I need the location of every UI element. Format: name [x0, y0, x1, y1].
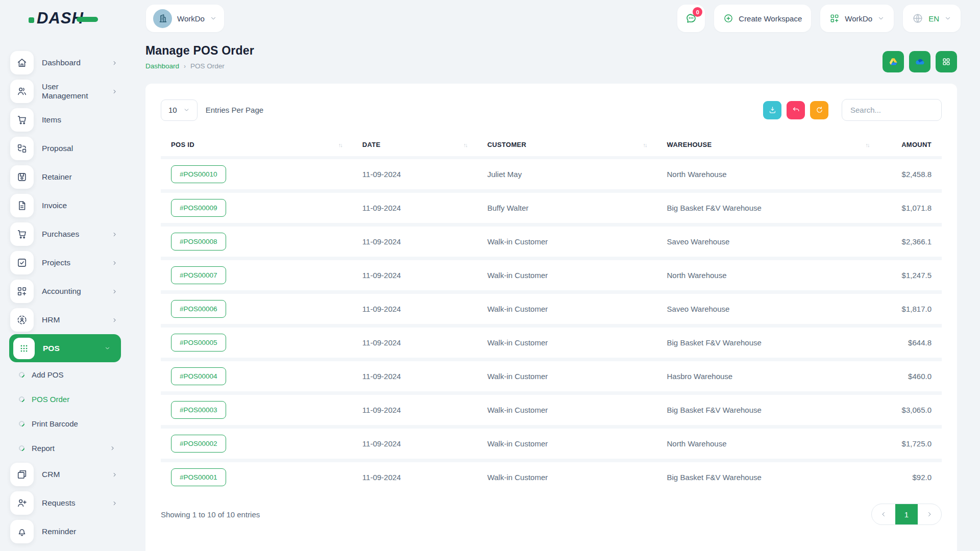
- warehouse-cell: North Warehouse: [657, 427, 879, 461]
- warehouse-cell: Big Basket F&V Warehouse: [657, 191, 879, 225]
- table-row: #POS0000211-09-2024Walk-in CustomerNorth…: [161, 427, 942, 461]
- pos-id-cell: #POS00005: [161, 326, 352, 360]
- sidebar-subitem-print-barcode[interactable]: Print Barcode: [0, 411, 130, 436]
- pos-id-cell: #POS00003: [161, 393, 352, 427]
- onedrive-button[interactable]: [909, 51, 930, 72]
- sidebar-item-label: Purchases: [42, 230, 103, 239]
- sidebar-item-invoice[interactable]: Invoice: [0, 191, 130, 220]
- invoice-icon: [16, 200, 28, 211]
- sidebar-subitem-report[interactable]: Report: [0, 436, 130, 460]
- pos-id-link[interactable]: #POS00007: [171, 266, 226, 284]
- pos-id-link[interactable]: #POS00002: [171, 435, 226, 453]
- pos-id-link[interactable]: #POS00006: [171, 300, 226, 318]
- column-header-pos-id[interactable]: POS ID↑↓: [161, 133, 352, 158]
- column-header-customer[interactable]: CUSTOMER↑↓: [477, 133, 657, 158]
- retainer-icon-box: [10, 165, 34, 189]
- customer-cell: Walk-in Customer: [477, 225, 657, 259]
- main-content: Manage POS Order Dashboard › POS Order: [130, 37, 980, 551]
- sidebar-item-dashboard[interactable]: Dashboard: [0, 48, 130, 77]
- date-cell: 11-09-2024: [352, 461, 477, 493]
- pos-id-link[interactable]: #POS00003: [171, 401, 226, 419]
- sidebar-item-retainer[interactable]: Retainer: [0, 163, 130, 191]
- date-cell: 11-09-2024: [352, 393, 477, 427]
- breadcrumb-dashboard-link[interactable]: Dashboard: [145, 62, 179, 70]
- page-title: Manage POS Order: [145, 44, 254, 58]
- date-cell: 11-09-2024: [352, 360, 477, 393]
- sidebar-subitem-add-pos[interactable]: Add POS: [0, 362, 130, 387]
- customer-cell: Walk-in Customer: [477, 292, 657, 326]
- sidebar-item-projects[interactable]: Projects: [0, 248, 130, 277]
- column-header-date[interactable]: DATE↑↓: [352, 133, 477, 158]
- pos-id-link[interactable]: #POS00010: [171, 165, 226, 183]
- export-button[interactable]: [763, 101, 781, 119]
- invoice-icon-box: [10, 194, 34, 217]
- create-workspace-button[interactable]: Create Workspace: [714, 5, 811, 32]
- sidebar-item-label: POS: [43, 344, 96, 353]
- sidebar-item-hrm[interactable]: HRM: [0, 306, 130, 334]
- entries-per-page-select[interactable]: 10: [161, 99, 198, 121]
- chevron-right-icon: [111, 471, 118, 478]
- sidebar-item-user-management[interactable]: User Management: [0, 77, 130, 106]
- grid-view-button[interactable]: [936, 51, 957, 72]
- logo-dot: [29, 17, 34, 23]
- sidebar-item-label: Reminder: [42, 527, 118, 536]
- amount-cell: $1,817.0: [879, 292, 942, 326]
- messages-button[interactable]: 0: [677, 5, 705, 32]
- search-input[interactable]: [842, 99, 942, 121]
- sidebar-item-pos[interactable]: POS: [9, 334, 121, 362]
- globe-icon: [912, 13, 923, 24]
- workdo-menu-button[interactable]: WorkDo: [820, 5, 894, 32]
- brand-logo: DASH: [29, 9, 136, 28]
- google-drive-button[interactable]: [883, 51, 904, 72]
- table-row: #POS0000611-09-2024Walk-in CustomerSaveo…: [161, 292, 942, 326]
- sidebar-item-purchases[interactable]: Purchases: [0, 220, 130, 248]
- sidebar-item-label: Requests: [42, 498, 103, 508]
- pos-id-link[interactable]: #POS00001: [171, 468, 226, 486]
- chevron-left-icon: [880, 511, 887, 518]
- column-header-warehouse[interactable]: WAREHOUSE↑↓: [657, 133, 879, 158]
- home-icon: [16, 57, 28, 68]
- pos-id-link[interactable]: #POS00005: [171, 334, 226, 352]
- pagination-prev-button[interactable]: [872, 504, 895, 524]
- warehouse-cell: Big Basket F&V Warehouse: [657, 393, 879, 427]
- sidebar-item-accounting[interactable]: Accounting: [0, 277, 130, 306]
- language-selector[interactable]: EN: [903, 5, 961, 32]
- cart-icon-box: [10, 222, 34, 246]
- undo-icon: [792, 106, 800, 114]
- sidebar-item-label: User Management: [42, 82, 103, 101]
- cart-icon-box: [10, 108, 34, 132]
- reset-button[interactable]: [787, 101, 805, 119]
- pagination-next-button[interactable]: [918, 504, 941, 524]
- logo-bar: [77, 17, 98, 22]
- table-header-row: POS ID↑↓DATE↑↓CUSTOMER↑↓WAREHOUSE↑↓AMOUN…: [161, 133, 942, 158]
- sidebar-item-items[interactable]: Items: [0, 106, 130, 134]
- customer-cell: Walk-in Customer: [477, 259, 657, 292]
- page-header: Manage POS Order Dashboard › POS Order: [145, 44, 957, 72]
- date-cell: 11-09-2024: [352, 292, 477, 326]
- column-header-amount[interactable]: AMOUNT: [879, 133, 942, 158]
- sidebar-item-proposal[interactable]: Proposal: [0, 134, 130, 163]
- pos-id-link[interactable]: #POS00008: [171, 233, 226, 251]
- date-cell: 11-09-2024: [352, 326, 477, 360]
- sidebar-subitem-pos-order[interactable]: POS Order: [0, 387, 130, 411]
- sidebar-item-label: CRM: [42, 470, 103, 479]
- entries-per-page-label: Entries Per Page: [206, 106, 263, 114]
- grid-plus-icon: [829, 13, 840, 23]
- pos-id-link[interactable]: #POS00009: [171, 199, 226, 217]
- customer-cell: Walk-in Customer: [477, 360, 657, 393]
- chevron-right-icon: [111, 231, 118, 238]
- sidebar-item-reminder[interactable]: Reminder: [0, 517, 130, 546]
- chevron-right-icon: [111, 60, 118, 66]
- refresh-button[interactable]: [810, 101, 828, 119]
- table-controls: 10 Entries Per Page: [161, 99, 942, 121]
- user-plus-icon: [16, 497, 28, 509]
- workspace-selector[interactable]: WorkDo: [146, 5, 224, 32]
- users-icon-box: [10, 80, 34, 103]
- sidebar-item-crm[interactable]: CRM: [0, 460, 130, 489]
- plus-circle-icon: [723, 13, 733, 23]
- warehouse-cell: Saveo Warehouse: [657, 225, 879, 259]
- pagination-page-1[interactable]: 1: [895, 504, 918, 524]
- bullet-icon: [18, 444, 26, 452]
- sidebar-item-requests[interactable]: Requests: [0, 489, 130, 517]
- pos-id-link[interactable]: #POS00004: [171, 367, 226, 385]
